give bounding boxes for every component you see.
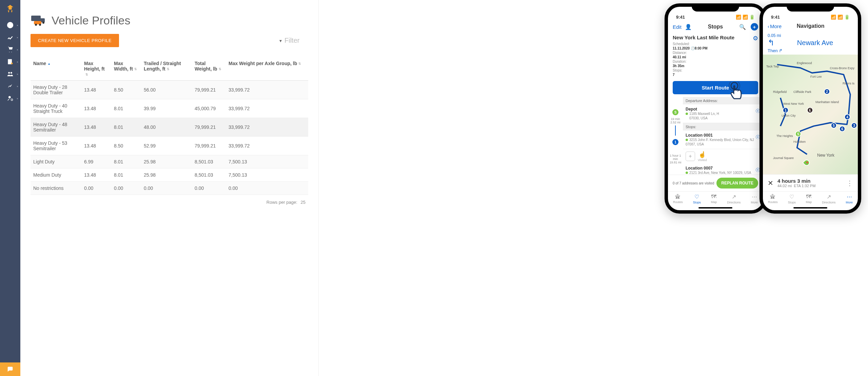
page-title: Vehicle Profiles (52, 14, 130, 27)
col-max-height[interactable]: Max Height, ft⇅ (81, 57, 111, 81)
signal-icon: 📶 (831, 15, 836, 20)
filter-input[interactable] (284, 37, 305, 44)
signal-icon: 📶 (736, 15, 741, 20)
col-max-width[interactable]: Max Width, ft⇅ (111, 57, 141, 81)
stops-icon: ♡ (694, 194, 699, 200)
sidebar-chat[interactable] (0, 362, 20, 376)
svg-point-2 (11, 63, 13, 64)
edit-button[interactable]: Edit (673, 24, 682, 30)
person-icon[interactable]: 👤 (685, 24, 692, 30)
sidebar-item-book[interactable]: ▸ (0, 56, 20, 68)
table-row[interactable]: Medium Duty13.488.0125.988,501.037,500.1… (31, 169, 308, 182)
table-row[interactable]: Heavy Duty - 48 Semitrailer13.488.0148.0… (31, 118, 308, 137)
wifi-icon: 📶 (743, 15, 748, 20)
col-name[interactable]: Name▲ (31, 57, 81, 81)
tab-directions[interactable]: ↗Directions (822, 194, 835, 204)
rows-per-page-value[interactable]: 25 (301, 200, 305, 205)
nav-bar: ‹More Navigation (763, 20, 858, 32)
visited-count: 0 of 7 addresses are visited (673, 181, 714, 185)
col-length[interactable]: Trailed / Straight Length, ft⇅ (141, 57, 192, 81)
sidebar-item-user-settings[interactable]: ▸ (0, 92, 20, 104)
svg-point-10 (35, 24, 37, 26)
wifi-icon: 📶 (837, 15, 843, 20)
filter-wrap: ▾ (279, 37, 305, 44)
stops-icon: ♡ (789, 194, 794, 200)
directions-icon: ↗ (732, 194, 736, 200)
sidebar-item-help[interactable]: ▸ (0, 19, 20, 31)
route-name: New York Last Mile Route (673, 35, 758, 40)
tab-more[interactable]: ⋯More (751, 194, 758, 204)
tab-directions[interactable]: ↗Directions (727, 194, 741, 204)
table-row[interactable]: No restrictions0.000.000.000.000.00 (31, 182, 308, 195)
nav-bar: Edit 👤 Stops 🔍 + (668, 20, 763, 33)
svg-point-6 (11, 99, 13, 101)
tab-map[interactable]: 🗺Map (806, 194, 812, 204)
route-card: ⚙ New York Last Mile Route Scheduled: 11… (668, 33, 763, 78)
add-note-button[interactable]: + (686, 152, 695, 161)
table-footer: Rows per page: 25 (31, 195, 308, 210)
gear-icon[interactable]: ⚙ (753, 35, 758, 42)
nav-title: Stops (708, 24, 723, 30)
stops-list: S 19 min 2.52 mi 1 1 hour 1 min 19.81 mi… (668, 97, 763, 175)
tab-more[interactable]: ⋯More (846, 194, 853, 204)
sidebar: ▸ ▸ ▸ ▸ ▸ ▸ ▸ (0, 0, 20, 376)
directions-icon: ↗ (827, 194, 831, 200)
trip-summary: ✕ 4 hours 3 min 44.02 mi ETA 1:32 PM ⋮ (763, 174, 858, 191)
tab-map[interactable]: 🗺Map (711, 194, 717, 204)
start-route-button[interactable]: Start Route (673, 81, 758, 94)
timeline-start-marker: S (672, 109, 678, 115)
tab-routes[interactable]: 🛣Routes (768, 194, 778, 204)
table-row[interactable]: Heavy Duty - 40 Straight Truck13.488.013… (31, 99, 308, 118)
nav-title: Navigation (768, 23, 853, 29)
col-total-weight[interactable]: Total Weight, lb⇅ (192, 57, 226, 81)
trip-duration: 4 hours 3 min (777, 178, 842, 184)
stop-item-7[interactable]: Location 0007 2121 3rd Ave, New York, NY… (683, 163, 763, 175)
turn-left-icon: ↰ (768, 38, 774, 47)
stop-item-1[interactable]: Location 0001 3215 John F. Kennedy Blvd,… (683, 131, 763, 149)
add-button[interactable]: + (751, 23, 758, 31)
replan-route-button[interactable]: REPLAN ROUTE (716, 178, 758, 189)
sidebar-item-analytics[interactable]: ▸ (0, 31, 20, 43)
svg-point-12 (42, 22, 44, 24)
tab-routes[interactable]: 🛣Routes (673, 194, 683, 204)
phones-mockup: 9:41 📶📶🔋 Edit 👤 Stops 🔍 + ⚙ (665, 3, 861, 214)
battery-icon: 🔋 (749, 15, 755, 20)
rows-per-page-label: Rows per page: (267, 200, 297, 205)
search-icon[interactable]: 🔍 (739, 24, 746, 30)
sidebar-item-cart[interactable]: ▸ (0, 43, 20, 56)
svg-point-11 (39, 24, 41, 26)
svg-point-4 (11, 72, 12, 74)
table-row[interactable]: Light Duty6.998.0125.988,501.037,500.13 (31, 155, 308, 169)
more-icon: ⋯ (847, 194, 852, 200)
more-icon[interactable]: ⋮ (846, 179, 853, 187)
page-header: Vehicle Profiles (31, 14, 308, 27)
turn-right-icon: ↱ (779, 48, 783, 53)
svg-point-5 (8, 96, 11, 98)
sidebar-item-users[interactable]: ▸ (0, 68, 20, 80)
status-time: 9:41 (771, 15, 780, 20)
map[interactable]: 2 1 E 4 5 6 3 S 📍 Englewood Fort Lee Rid… (763, 55, 858, 174)
footer-row: 0 of 7 addresses are visited REPLAN ROUT… (668, 175, 763, 191)
close-button[interactable]: ✕ (768, 179, 773, 187)
direction-step: 0.05 mi ↰Newark Ave Then ↱ (763, 32, 858, 55)
stops-header: Stops: (683, 123, 763, 131)
app-logo[interactable] (5, 3, 16, 14)
filter-icon: ▾ (279, 38, 282, 43)
battery-icon: 🔋 (844, 15, 850, 20)
fingerprint-icon[interactable]: ☝ (698, 151, 706, 158)
svg-point-3 (8, 72, 10, 74)
map-icon: 🗺 (711, 194, 716, 200)
routes-icon: 🛣 (675, 194, 680, 200)
vehicle-profiles-icon (31, 14, 47, 27)
tab-stops[interactable]: ♡Stops (693, 194, 701, 204)
tab-stops[interactable]: ♡Stops (788, 194, 796, 204)
main-content: Vehicle Profiles CREATE NEW VEHICLE PROF… (20, 0, 319, 376)
create-vehicle-profile-button[interactable]: CREATE NEW VEHICLE PROFILE (31, 34, 119, 47)
table-row[interactable]: Heavy Duty - 28 Double Trailer13.488.505… (31, 81, 308, 99)
col-axle-weight[interactable]: Max Weight per Axle Group, lb⇅ (226, 57, 308, 81)
table-row[interactable]: Heavy Duty - 53 Semitrailer13.488.5052.9… (31, 137, 308, 155)
sidebar-item-trends[interactable]: ▸ (0, 80, 20, 92)
routes-icon: 🛣 (770, 194, 775, 200)
timeline-stop-1-marker: 1 (672, 139, 678, 145)
depot-stop[interactable]: Depot 1185 Maxwell Ln, H 07030, USA ☉ (683, 104, 763, 123)
